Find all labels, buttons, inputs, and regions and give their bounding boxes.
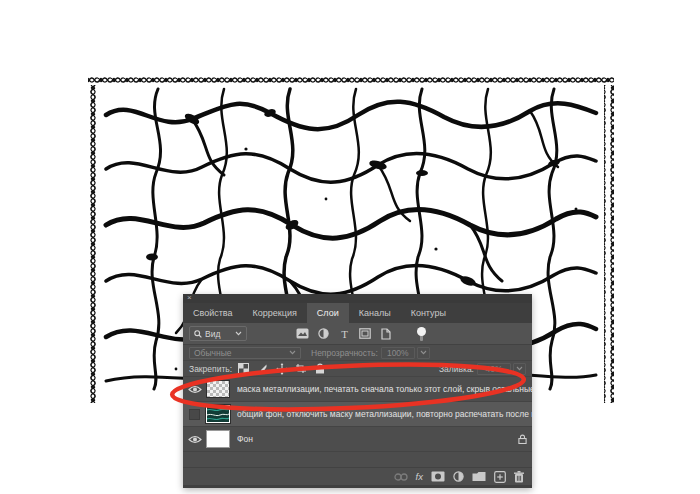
tab-adjustments[interactable]: Коррекция (243, 303, 307, 323)
panel-group-header: × (183, 294, 532, 303)
lock-row: Закрепить: Заливка: 40% (183, 361, 532, 377)
lock-artboard-icon[interactable] (294, 362, 307, 375)
lock-label: Закрепить: (189, 364, 232, 374)
border-right (604, 85, 614, 403)
panel-close-icon[interactable]: × (187, 293, 192, 302)
filter-type-icons: T (295, 327, 393, 341)
opacity-dropdown[interactable] (417, 347, 430, 359)
layer-thumbnail-white[interactable] (206, 430, 230, 448)
smart-object-filter-icon[interactable] (379, 327, 393, 341)
filter-kind-select[interactable]: Вид (189, 326, 247, 341)
lock-paint-icon[interactable] (256, 362, 269, 375)
chevron-down-icon (235, 331, 242, 336)
blend-mode-select[interactable]: Обычные (189, 347, 301, 359)
layer-filter-toggle[interactable] (417, 327, 426, 341)
panel-footer: fx (183, 467, 532, 485)
lock-icon (518, 434, 527, 444)
eye-hidden-box (189, 409, 200, 420)
layer-filter-row: Вид T (183, 323, 532, 345)
tab-layers[interactable]: Слои (307, 303, 349, 323)
layer-mask-icon[interactable] (431, 471, 445, 482)
toggle-knob (417, 327, 426, 336)
type-layer-filter-icon[interactable]: T (337, 327, 351, 341)
filter-kind-label: Вид (205, 329, 232, 339)
blend-mode-value: Обычные (194, 348, 289, 358)
tab-paths[interactable]: Контуры (401, 303, 456, 323)
chevron-down-icon (420, 350, 427, 355)
pixel-layer-filter-icon[interactable] (295, 327, 309, 341)
new-layer-icon[interactable] (494, 471, 506, 483)
visibility-toggle[interactable] (183, 409, 206, 420)
layer-name: общий фон, отключить маску металлизации,… (237, 409, 532, 419)
layer-locked-badge (512, 434, 532, 444)
fill-field[interactable]: 40% (477, 363, 511, 375)
layers-panel: × Свойства Коррекция Слои Каналы Контуры… (183, 294, 532, 488)
visibility-toggle[interactable] (183, 385, 206, 394)
layer-name: маска металлизации, печатать сначала тол… (237, 384, 532, 394)
layers-empty-area (183, 452, 532, 467)
layer-style-icon[interactable]: fx (416, 471, 423, 482)
eye-icon (188, 435, 202, 444)
layers-list: маска металлизации, печатать сначала тол… (183, 377, 532, 452)
adjustment-layer-filter-icon[interactable] (316, 327, 330, 341)
lock-transparency-icon[interactable] (237, 362, 250, 375)
fill-label: Заливка: (439, 364, 474, 374)
border-top (88, 75, 614, 85)
svg-text:T: T (341, 328, 348, 339)
lock-position-icon[interactable] (275, 362, 288, 375)
panel-tabbar: Свойства Коррекция Слои Каналы Контуры (183, 303, 532, 323)
panel-bottom-edge (183, 485, 532, 488)
layer-row-background-art[interactable]: общий фон, отключить маску металлизации,… (183, 402, 532, 427)
border-left (88, 85, 98, 403)
screenshot-stage: × Свойства Коррекция Слои Каналы Контуры… (0, 0, 700, 494)
fill-dropdown[interactable] (513, 363, 526, 375)
visibility-toggle[interactable] (183, 435, 206, 444)
tab-properties[interactable]: Свойства (183, 303, 243, 323)
new-adjustment-layer-icon[interactable] (453, 471, 464, 482)
shape-layer-filter-icon[interactable] (358, 327, 372, 341)
layer-name: Фон (237, 434, 512, 444)
chevron-down-icon (516, 366, 523, 371)
delete-layer-icon[interactable] (514, 471, 524, 483)
layer-row-mask[interactable]: маска металлизации, печатать сначала тол… (183, 377, 532, 402)
search-icon (194, 330, 202, 338)
lock-icons (237, 362, 326, 375)
eye-icon (188, 385, 202, 394)
blend-mode-row: Обычные Непрозрачность: 100% (183, 345, 532, 361)
new-group-icon[interactable] (472, 471, 486, 482)
opacity-label: Непрозрачность: (311, 348, 378, 358)
layer-thumbnail-marble[interactable] (206, 405, 230, 423)
tab-channels[interactable]: Каналы (349, 303, 401, 323)
layer-row-background[interactable]: Фон (183, 427, 532, 452)
link-layers-icon[interactable] (394, 473, 408, 481)
opacity-field[interactable]: 100% (381, 347, 415, 359)
lock-all-icon[interactable] (313, 362, 326, 375)
chevron-down-icon (289, 350, 296, 355)
layer-thumbnail-transparency[interactable] (206, 380, 230, 398)
